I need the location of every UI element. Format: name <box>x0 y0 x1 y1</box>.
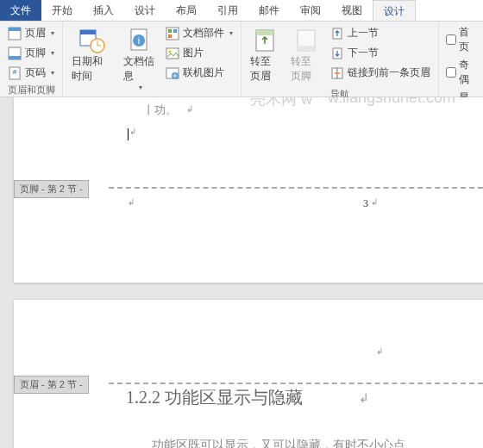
docinfo-button[interactable]: i文档信息▾ <box>120 24 160 94</box>
dropdown-icon: ▾ <box>51 69 54 77</box>
tab-home[interactable]: 开始 <box>41 0 83 21</box>
prev-label: 上一节 <box>348 26 379 40</box>
next-label: 下一节 <box>348 46 379 60</box>
docparts-label: 文档部件 <box>183 26 224 40</box>
docinfo-icon: i <box>126 27 154 54</box>
dropdown-icon: ▾ <box>139 84 142 91</box>
nextsection-button[interactable]: 下一节 <box>328 44 433 62</box>
document-area[interactable]: 亮术网 w w.liangshunet.com 丨功。 ↲ ↲ 页脚 - 第 2… <box>0 97 483 448</box>
dropdown-icon: ▾ <box>51 49 54 57</box>
pagenum-label: 页码 <box>25 65 46 80</box>
para-mark: ↲ <box>128 197 135 207</box>
tab-ref[interactable]: 引用 <box>207 0 248 21</box>
svg-rect-1 <box>9 28 21 31</box>
para-mark: ↲ <box>371 197 378 207</box>
tab-layout[interactable]: 布局 <box>166 0 207 21</box>
dropdown-icon: ▾ <box>229 29 233 37</box>
tab-insert[interactable]: 插入 <box>83 0 124 21</box>
link-icon <box>330 66 344 80</box>
section-divider <box>109 187 483 189</box>
page: ↲ 页眉 - 第 2 节 - 1.2.2 功能区显示与隐藏 ↲ 功能区既可以显示… <box>14 300 483 448</box>
gotofooter-button[interactable]: 转至页脚 <box>287 24 324 86</box>
tab-review[interactable]: 审阅 <box>290 0 331 21</box>
svg-rect-3 <box>9 56 21 59</box>
svg-rect-16 <box>173 29 177 33</box>
para-mark: ↲ <box>376 346 383 356</box>
header-tag: 页眉 - 第 2 节 - <box>14 376 89 394</box>
datetime-button[interactable]: 日期和时间 <box>68 24 116 94</box>
watermark: w.liangshunet.com <box>328 97 455 107</box>
text-snippet: 丨功。 <box>143 103 177 118</box>
tab-design[interactable]: 设计 <box>124 0 166 21</box>
para-mark: ↲ <box>186 104 193 114</box>
tab-hf-design[interactable]: 设计 <box>373 0 416 21</box>
docinfo-label: 文档信息 <box>123 54 156 84</box>
docparts-button[interactable]: 文档部件▾ <box>163 24 235 42</box>
picture-icon <box>166 47 179 60</box>
para-mark: ↲ <box>129 127 136 136</box>
pagenum-button[interactable]: #页码▾ <box>5 64 57 82</box>
svg-text:#: # <box>13 68 17 76</box>
text-cursor <box>128 128 129 140</box>
onlinepic-label: 联机图片 <box>183 65 224 80</box>
gotofooter-icon <box>292 27 320 54</box>
svg-text:i: i <box>137 35 139 46</box>
oddeven-label: 奇偶 <box>459 58 476 87</box>
docparts-icon <box>166 27 179 40</box>
onlinepic-icon <box>166 66 179 80</box>
page-number: 3 <box>363 197 368 210</box>
dropdown-icon: ▾ <box>51 29 54 37</box>
header-icon <box>8 27 22 40</box>
group-hf-label: 页眉和页脚 <box>5 82 57 96</box>
datetime-label: 日期和时间 <box>72 54 113 84</box>
oddeven-checkbox[interactable]: 奇偶 <box>444 57 478 88</box>
linkprev-button[interactable]: 链接到前一条页眉 <box>328 64 433 82</box>
svg-rect-7 <box>80 30 96 34</box>
onlinepic-button[interactable]: 联机图片 <box>163 64 235 82</box>
section-divider <box>109 383 483 384</box>
picture-button[interactable]: 图片 <box>163 44 235 62</box>
picture-label: 图片 <box>183 46 204 60</box>
page: 丨功。 ↲ ↲ 页脚 - 第 2 节 - 3 ↲ ↲ <box>14 97 483 283</box>
svg-rect-25 <box>298 46 315 51</box>
tab-view[interactable]: 视图 <box>331 0 373 21</box>
svg-rect-17 <box>168 34 172 38</box>
prevsection-button[interactable]: 上一节 <box>328 24 433 42</box>
firstpage-label: 首页 <box>459 25 476 54</box>
header-button[interactable]: 页眉▾ <box>5 24 57 42</box>
pagenum-icon: # <box>8 66 22 80</box>
gotoheader-label: 转至页眉 <box>250 54 280 84</box>
gotofooter-label: 转至页脚 <box>291 54 321 84</box>
prev-icon <box>330 27 344 40</box>
gotoheader-button[interactable]: 转至页眉 <box>247 24 284 86</box>
watermark: 亮术网 w <box>250 97 312 109</box>
tab-mail[interactable]: 邮件 <box>248 0 290 21</box>
para-mark: ↲ <box>359 391 369 405</box>
gotoheader-icon <box>251 27 279 54</box>
datetime-icon <box>78 27 106 54</box>
firstpage-checkbox[interactable]: 首页 <box>444 24 478 55</box>
svg-rect-15 <box>168 29 172 33</box>
footer-tag: 页脚 - 第 2 节 - <box>14 180 89 198</box>
heading-text: 1.2.2 功能区显示与隐藏 <box>126 386 303 409</box>
next-icon <box>330 47 344 60</box>
footer-icon <box>8 47 22 60</box>
tab-file[interactable]: 文件 <box>0 0 41 21</box>
footer-label: 页脚 <box>25 46 46 60</box>
footer-button[interactable]: 页脚▾ <box>5 44 57 62</box>
svg-point-19 <box>168 50 171 53</box>
svg-rect-23 <box>256 30 273 35</box>
body-text: 功能区既可以显示，又可以隐藏，有时不小心点 <box>152 438 405 448</box>
link-label: 链接到前一条页眉 <box>348 65 430 80</box>
header-label: 页眉 <box>25 26 46 40</box>
